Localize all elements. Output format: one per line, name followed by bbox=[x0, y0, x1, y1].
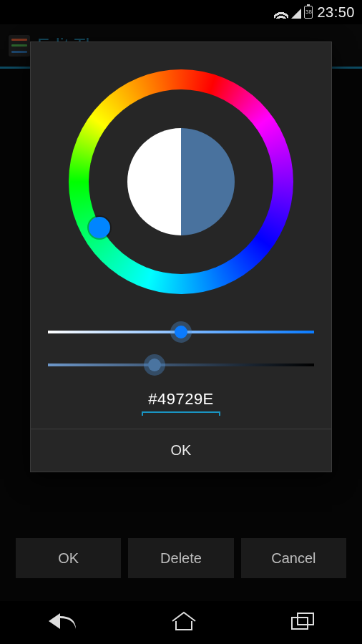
value-thumb[interactable] bbox=[144, 354, 165, 376]
dialog-ok-button[interactable]: OK bbox=[31, 429, 331, 472]
status-icons: 38 bbox=[274, 6, 313, 19]
dialog-body: #49729E bbox=[31, 42, 331, 429]
hex-input[interactable]: #49729E bbox=[142, 390, 220, 416]
color-wheel[interactable] bbox=[69, 69, 293, 294]
svg-rect-0 bbox=[292, 618, 308, 629]
wifi-icon bbox=[274, 7, 288, 19]
signal-icon bbox=[291, 9, 301, 19]
value-thumb-inner bbox=[148, 358, 161, 371]
battery-icon: 38 bbox=[304, 6, 313, 19]
recents-nav-icon[interactable] bbox=[289, 610, 316, 635]
android-nav-bar bbox=[0, 601, 362, 644]
back-nav-icon[interactable] bbox=[46, 610, 79, 635]
background-action-row: OK Delete Cancel bbox=[16, 538, 346, 578]
status-time: 23:50 bbox=[317, 4, 355, 21]
hex-value[interactable]: #49729E bbox=[142, 390, 220, 413]
home-nav-icon[interactable] bbox=[170, 610, 198, 635]
delete-button-background[interactable]: Delete bbox=[128, 538, 233, 578]
saturation-thumb-inner bbox=[175, 326, 187, 338]
svg-rect-1 bbox=[298, 613, 313, 625]
status-bar: 38 23:50 bbox=[0, 0, 362, 24]
cancel-button-background[interactable]: Cancel bbox=[241, 538, 346, 578]
saturation-thumb[interactable] bbox=[170, 321, 192, 343]
saturation-slider[interactable] bbox=[48, 328, 314, 336]
ok-button-background[interactable]: OK bbox=[16, 538, 121, 578]
value-slider[interactable] bbox=[48, 361, 314, 369]
value-track bbox=[48, 364, 314, 366]
battery-level: 38 bbox=[305, 9, 312, 15]
screen: 38 23:50 Edit Theme OK Delete Cancel bbox=[0, 0, 362, 644]
hue-thumb[interactable] bbox=[89, 217, 110, 238]
color-preview bbox=[127, 128, 235, 235]
color-picker-dialog: #49729E OK bbox=[30, 42, 332, 472]
sliders bbox=[48, 328, 314, 369]
